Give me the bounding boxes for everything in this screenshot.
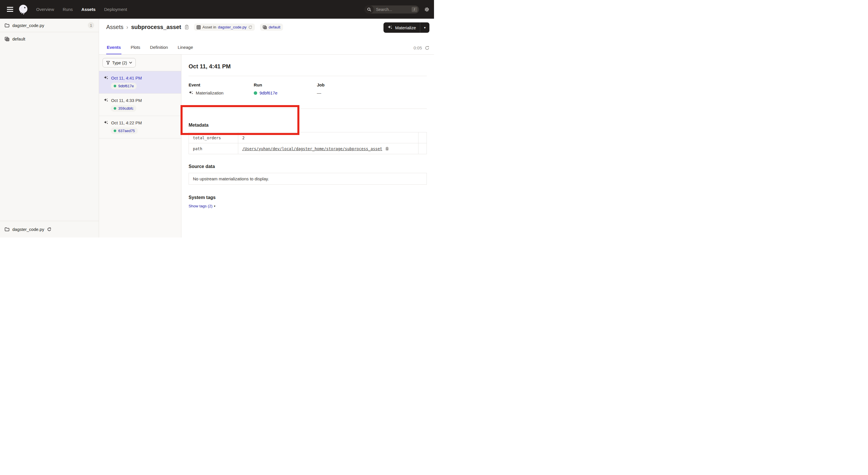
breadcrumb: Assets › subprocess_asset: [106, 24, 429, 31]
folder-icon: [5, 23, 9, 28]
event-timestamp: Oct 11, 4:22 PM: [111, 120, 142, 125]
folder-icon: [5, 227, 9, 232]
tab-plots[interactable]: Plots: [130, 45, 141, 54]
materialization-sparkle-icon: [104, 120, 108, 125]
search-input[interactable]: Search... /: [365, 5, 419, 13]
materialization-sparkle-icon: [104, 76, 108, 81]
breadcrumb-separator: ›: [126, 24, 128, 30]
run-id-link[interactable]: 9dbf617e: [259, 90, 278, 95]
nav-item-assets[interactable]: Assets: [82, 7, 96, 12]
asset-tabs: Events Plots Definition Lineage 0:05: [106, 45, 429, 54]
storage-path-link[interactable]: /Users/yuhan/dev/local/dagster_home/stor…: [242, 146, 382, 151]
group-link[interactable]: default: [269, 25, 280, 29]
tab-definition[interactable]: Definition: [150, 45, 169, 54]
metadata-section-title: Metadata: [189, 123, 427, 128]
run-id-badge[interactable]: 359cdbfc: [111, 105, 136, 112]
sidebar-item-default-group[interactable]: default: [0, 32, 99, 46]
event-type-value: Materialization: [196, 90, 224, 95]
asset-group-icon: [5, 37, 9, 41]
filter-funnel-icon: [106, 61, 110, 65]
metadata-value: 2: [238, 132, 418, 143]
sidebar-footer-label: dagster_code.py: [12, 227, 44, 232]
copy-asset-name-icon[interactable]: [185, 25, 189, 30]
search-shortcut-key: /: [412, 7, 417, 12]
metadata-key: path: [189, 143, 238, 154]
materialize-button[interactable]: Materialize: [383, 22, 420, 33]
sparkle-icon: [388, 25, 393, 30]
search-icon: [365, 5, 374, 13]
nav-item-deployment[interactable]: Deployment: [104, 7, 127, 12]
job-value: —: [317, 90, 321, 95]
asset-grid-icon: [197, 25, 200, 29]
asset-group-tag: default: [260, 24, 283, 31]
dagster-logo-icon[interactable]: [18, 4, 29, 15]
tab-events[interactable]: Events: [106, 45, 121, 54]
asset-count-badge: 1: [88, 22, 94, 28]
show-tags-label: Show tags (2): [189, 204, 212, 208]
settings-gear-icon[interactable]: [424, 7, 429, 12]
event-list-item[interactable]: Oct 11, 4:41 PM 9dbf617e: [99, 71, 181, 94]
run-status-dot: [114, 129, 116, 132]
event-list-panel: Type (2): [99, 55, 181, 237]
refresh-icon[interactable]: [425, 46, 429, 50]
run-id: 359cdbfc: [118, 106, 133, 111]
materialization-sparkle-icon: [104, 98, 108, 103]
asset-page-header: Assets › subprocess_asset: [99, 19, 434, 55]
asset-group-icon: [262, 25, 267, 29]
tab-lineage[interactable]: Lineage: [177, 45, 193, 54]
left-sidebar: dagster_code.py 1 default: [0, 19, 99, 237]
reload-definition-icon[interactable]: [248, 25, 252, 29]
event-list-item[interactable]: Oct 11, 4:33 PM 359cdbfc: [99, 94, 181, 116]
run-id-badge[interactable]: 9dbf617e: [111, 83, 136, 89]
sidebar-item-label: dagster_code.py: [12, 23, 44, 28]
asset-definition-tag: Asset in dagster_code.py: [194, 24, 255, 31]
metadata-key: total_orders: [189, 132, 238, 143]
system-tags-section-title: System tags: [189, 195, 427, 200]
event-column-label: Event: [189, 82, 254, 87]
source-data-empty-state: No upstream materializations to display.: [189, 173, 427, 185]
show-tags-toggle[interactable]: Show tags (2) ▾: [189, 204, 215, 208]
materialization-sparkle-icon: [189, 90, 193, 95]
refresh-countdown: 0:05: [414, 46, 422, 50]
code-location-link[interactable]: dagster_code.py: [218, 25, 247, 29]
chevron-down-icon: [129, 62, 132, 64]
caret-down-icon: ▾: [214, 205, 215, 208]
primary-nav: Overview Runs Assets Deployment: [36, 7, 127, 12]
metadata-table: total_orders 2 path /Users/yuhan/dev/loc…: [189, 132, 427, 154]
materialize-dropdown-button[interactable]: ▾: [420, 22, 429, 33]
sidebar-item-label: default: [12, 36, 25, 41]
source-data-section-title: Source data: [189, 164, 427, 169]
run-id-badge[interactable]: 637aed75: [111, 127, 138, 134]
event-timestamp: Oct 11, 4:33 PM: [111, 98, 142, 103]
search-placeholder: Search...: [374, 7, 412, 12]
copy-path-icon[interactable]: [385, 146, 389, 151]
event-detail-heading: Oct 11, 4:41 PM: [189, 63, 427, 70]
run-status-dot: [114, 85, 116, 87]
page-title: subprocess_asset: [131, 24, 181, 30]
run-id: 9dbf617e: [118, 84, 134, 88]
breadcrumb-assets-link[interactable]: Assets: [106, 24, 123, 30]
materialize-label: Materialize: [395, 25, 416, 30]
event-timestamp: Oct 11, 4:41 PM: [111, 76, 142, 81]
table-row: total_orders 2: [189, 132, 427, 143]
materialize-split-button: Materialize ▾: [383, 22, 429, 33]
job-column-label: Job: [317, 82, 427, 87]
type-filter-button[interactable]: Type (2): [102, 58, 136, 67]
event-detail-panel: Oct 11, 4:41 PM Event: [181, 55, 434, 237]
nav-item-runs[interactable]: Runs: [63, 7, 73, 12]
reload-icon[interactable]: [47, 227, 51, 232]
run-id: 637aed75: [118, 129, 135, 133]
sidebar-footer-code-location[interactable]: dagster_code.py: [0, 221, 99, 237]
type-filter-label: Type (2): [112, 61, 127, 65]
event-list-item[interactable]: Oct 11, 4:22 PM 637aed75: [99, 116, 181, 139]
run-column-label: Run: [254, 82, 317, 87]
hamburger-menu-icon[interactable]: [7, 7, 13, 12]
nav-item-overview[interactable]: Overview: [36, 7, 54, 12]
sidebar-item-code-location[interactable]: dagster_code.py 1: [0, 19, 99, 32]
run-status-dot: [254, 91, 257, 95]
top-navbar: Overview Runs Assets Deployment Search..…: [0, 0, 434, 19]
run-status-dot: [114, 107, 116, 110]
asset-tag-prefix: Asset in: [203, 25, 216, 29]
table-row: path /Users/yuhan/dev/local/dagster_home…: [189, 143, 427, 154]
